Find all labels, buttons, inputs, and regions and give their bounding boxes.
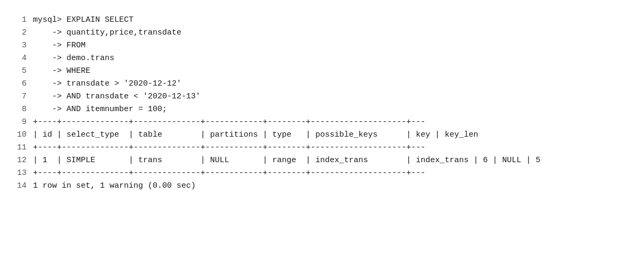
terminal-line: 6 -> transdate > '2020-12-12' [0,78,644,90]
line-content: +----+--------------+--------------+----… [33,116,425,129]
terminal-line: 2 -> quantity,price,transdate [0,27,644,39]
line-content: | 1 | SIMPLE | trans | NULL | range | in… [33,154,540,167]
line-number: 12 [11,154,27,167]
terminal-line: 4 -> demo.trans [0,52,644,65]
line-content: | id | select_type | table | partitions … [33,129,478,141]
line-number: 8 [11,103,27,116]
terminal-line: 12| 1 | SIMPLE | trans | NULL | range | … [0,154,644,167]
line-content: -> transdate > '2020-12-12' [33,78,181,90]
line-number: 14 [11,180,27,192]
terminal-line: 141 row in set, 1 warning (0.00 sec) [0,180,644,192]
line-content: mysql> EXPLAIN SELECT [33,14,133,27]
terminal-line: 8 -> AND itemnumber = 100; [0,103,644,116]
line-number: 2 [11,27,27,39]
line-content: +----+--------------+--------------+----… [33,141,425,154]
terminal-output: 1mysql> EXPLAIN SELECT2 -> quantity,pric… [0,9,644,198]
line-number: 3 [11,39,27,52]
terminal-line: 9+----+--------------+--------------+---… [0,116,644,129]
line-content: -> demo.trans [33,52,114,65]
line-number: 4 [11,52,27,65]
line-content: -> FROM [33,39,86,52]
line-number: 13 [11,167,27,180]
line-number: 7 [11,90,27,103]
line-number: 10 [11,129,27,141]
terminal-line: 1mysql> EXPLAIN SELECT [0,14,644,27]
terminal-line: 11+----+--------------+--------------+--… [0,141,644,154]
line-number: 1 [11,14,27,27]
terminal-line: 13+----+--------------+--------------+--… [0,167,644,180]
terminal-line: 7 -> AND transdate < '2020-12-13' [0,90,644,103]
line-content: -> AND transdate < '2020-12-13' [33,90,200,103]
line-content: -> AND itemnumber = 100; [33,103,167,116]
line-content: -> quantity,price,transdate [33,27,181,39]
terminal-line: 5 -> WHERE [0,65,644,78]
line-content: 1 row in set, 1 warning (0.00 sec) [33,180,196,192]
line-content: +----+--------------+--------------+----… [33,167,425,180]
line-number: 9 [11,116,27,129]
line-number: 11 [11,141,27,154]
terminal-line: 10| id | select_type | table | partition… [0,129,644,141]
terminal-line: 3 -> FROM [0,39,644,52]
line-number: 5 [11,65,27,78]
line-number: 6 [11,78,27,90]
line-content: -> WHERE [33,65,90,78]
